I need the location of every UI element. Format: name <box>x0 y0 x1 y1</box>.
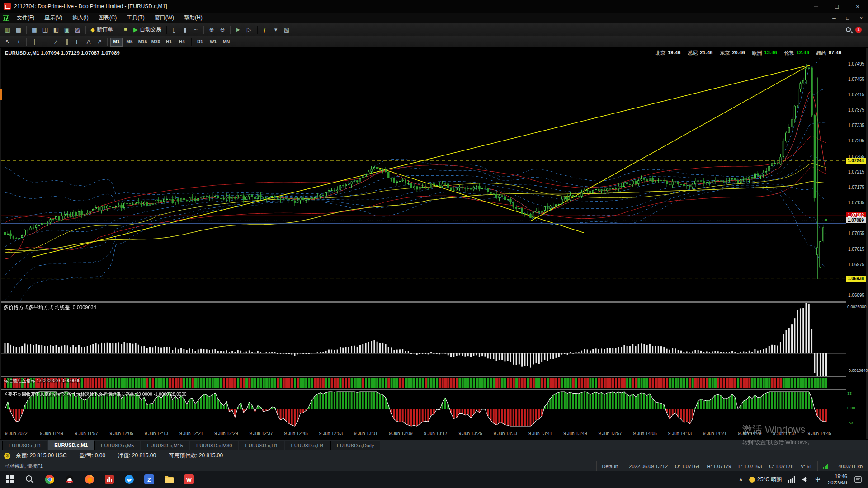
menu-item-6[interactable]: 帮助(H) <box>179 13 208 23</box>
volume-tray-item[interactable] <box>798 471 812 488</box>
qq-icon <box>64 474 75 485</box>
menu-item-2[interactable]: 插入(I) <box>67 13 93 23</box>
chart-tab-7[interactable]: EURUSD.c,Daily <box>330 441 381 450</box>
taskbar-clock[interactable]: 19:46 2022/6/9 <box>824 473 851 486</box>
maximize-button[interactable]: □ <box>826 0 847 13</box>
timeframe-h4-button[interactable]: H4 <box>176 38 188 47</box>
main-chart-canvas[interactable] <box>1 57 846 301</box>
data-window-button[interactable]: ◫ <box>40 25 51 35</box>
toolbar-separator <box>118 26 118 34</box>
resistance-line-tag: 1.07244 <box>846 158 866 164</box>
timeframe-mn-button[interactable]: MN <box>220 38 232 47</box>
fibonacci-button[interactable]: F <box>72 37 83 47</box>
menu-item-1[interactable]: 显示(V) <box>39 13 67 23</box>
network-tray-item[interactable] <box>785 471 798 488</box>
cursor-button[interactable]: ↖ <box>2 37 13 47</box>
autoscroll-button[interactable]: ► <box>233 25 244 35</box>
taskbar-app-zotero[interactable]: Z <box>139 471 159 488</box>
vertical-line-button[interactable]: ∣ <box>29 37 40 47</box>
toolbar-separator <box>26 38 27 46</box>
new-chart-button[interactable]: ▥ <box>2 25 13 35</box>
notification-badge[interactable]: 1 <box>855 27 862 33</box>
strategy-tester-button[interactable]: ▨ <box>72 25 83 35</box>
bar-chart-mode-button[interactable]: ▯ <box>169 25 179 35</box>
tray-chevron[interactable]: ∧ <box>736 471 746 488</box>
zoom-out-button[interactable]: ⊖ <box>217 25 228 35</box>
taskbar-app-qq[interactable] <box>60 471 80 488</box>
timeframe-m1-button[interactable]: M1 <box>110 38 123 47</box>
taskbar-app-firefox[interactable] <box>80 471 99 488</box>
timeframe-h1-button[interactable]: H1 <box>163 38 175 47</box>
timeframe-d1-button[interactable]: D1 <box>194 38 206 47</box>
pane-separator[interactable] <box>1 376 866 377</box>
show-desktop-button[interactable] <box>865 471 868 488</box>
mdi-controls: ─ □ × <box>827 13 868 23</box>
chart-tab-2[interactable]: EURUSD.c,M5 <box>94 441 140 450</box>
periods-button[interactable]: ▾ <box>270 25 281 35</box>
input-method-indicator[interactable]: 中 <box>812 471 824 488</box>
chart-shift-button[interactable]: ▷ <box>244 25 255 35</box>
candle-mode-button[interactable]: ▮ <box>179 25 190 35</box>
taskbar-app-dingtalk[interactable] <box>119 471 139 488</box>
terminal-button[interactable]: ▣ <box>61 25 72 35</box>
taskbar-search-button[interactable] <box>20 471 40 488</box>
mdi-restore-button[interactable]: □ <box>841 13 854 23</box>
navigator-button[interactable]: ◧ <box>51 25 61 35</box>
mdi-minimize-button[interactable]: ─ <box>827 13 841 23</box>
chart-tab-6[interactable]: EURUSD.c,H4 <box>285 441 330 450</box>
toolbar-separator <box>203 26 204 34</box>
action-center-button[interactable] <box>851 471 865 488</box>
clock-time: 21:46 <box>700 50 712 56</box>
minimize-button[interactable]: ─ <box>806 0 826 13</box>
taskbar-app-wps[interactable]: W <box>179 471 199 488</box>
ma-diff-indicator-canvas[interactable] <box>1 303 846 376</box>
arrow-tool-button[interactable]: ↗ <box>94 37 105 47</box>
horizontal-line-button[interactable]: ─ <box>40 37 51 47</box>
channel-button[interactable]: ∥ <box>61 37 72 47</box>
taskbar-app-mt4[interactable] <box>99 471 119 488</box>
profile-segment[interactable]: Default <box>596 461 623 471</box>
weather-widget[interactable]: 25°C 晴朗 <box>746 471 785 488</box>
metaeditor-button[interactable]: ≡ <box>120 25 131 35</box>
zoom-in-button[interactable]: ⊕ <box>206 25 217 35</box>
pane-separator[interactable] <box>1 301 866 303</box>
chart-tab-5[interactable]: EURUSD.c,H1 <box>239 441 284 450</box>
chart-tab-4[interactable]: EURUSD.c,M30 <box>190 441 238 450</box>
timeframe-m15-button[interactable]: M15 <box>137 38 149 47</box>
search-icon[interactable] <box>846 27 851 32</box>
price-axis[interactable]: 1.074951.074551.074151.073751.073351.072… <box>846 48 866 439</box>
profiles-button[interactable]: ▤ <box>13 25 24 35</box>
taskbar-app-chrome[interactable] <box>40 471 60 488</box>
time-axis[interactable]: 9 Jun 20229 Jun 11:499 Jun 11:579 Jun 12… <box>1 428 846 439</box>
text-tool-button[interactable]: A <box>83 37 94 47</box>
templates-button[interactable]: ▧ <box>281 25 292 35</box>
timeframe-m30-button[interactable]: M30 <box>150 38 162 47</box>
menu-item-3[interactable]: 图表(C) <box>94 13 122 23</box>
start-button[interactable] <box>0 471 20 488</box>
line-mode-button[interactable]: ~ <box>190 25 201 35</box>
crosshair-button[interactable]: + <box>13 37 24 47</box>
menu-item-5[interactable]: 窗口(W) <box>150 13 179 23</box>
indicators-button[interactable]: ƒ <box>259 25 270 35</box>
chart-tab-0[interactable]: EURUSD.c,H1 <box>2 441 47 450</box>
chart-tab-3[interactable]: EURUSD.c,M15 <box>141 441 189 450</box>
timeframe-m5-button[interactable]: M5 <box>123 38 136 47</box>
pane-separator[interactable] <box>1 389 866 390</box>
crosshair-icon: + <box>17 39 20 45</box>
trendline-button[interactable]: ∕ <box>51 37 61 47</box>
timeframe-w1-button[interactable]: W1 <box>207 38 219 47</box>
stddev-stripe-indicator-canvas[interactable] <box>1 377 846 389</box>
menu-item-0[interactable]: 文件(F) <box>12 13 39 23</box>
time-axis-label: 9 Jun 12:29 <box>214 431 238 436</box>
menu-item-4[interactable]: 工具(T) <box>122 13 149 23</box>
market-watch-button[interactable]: ▦ <box>29 25 40 35</box>
taskbar-app-folder[interactable] <box>159 471 179 488</box>
close-button[interactable]: × <box>847 0 868 13</box>
strategy-tester-icon: ▨ <box>75 27 80 33</box>
autotrading-button[interactable]: ▶自动交易 <box>131 25 164 35</box>
chart-tab-1[interactable]: EURUSD.c,M1 <box>48 440 94 450</box>
zoom-out-icon: ⊖ <box>220 27 225 33</box>
firefox-icon <box>84 474 95 485</box>
new-order-button[interactable]: ◆新订单 <box>88 25 115 35</box>
mdi-close-button[interactable]: × <box>854 13 868 23</box>
